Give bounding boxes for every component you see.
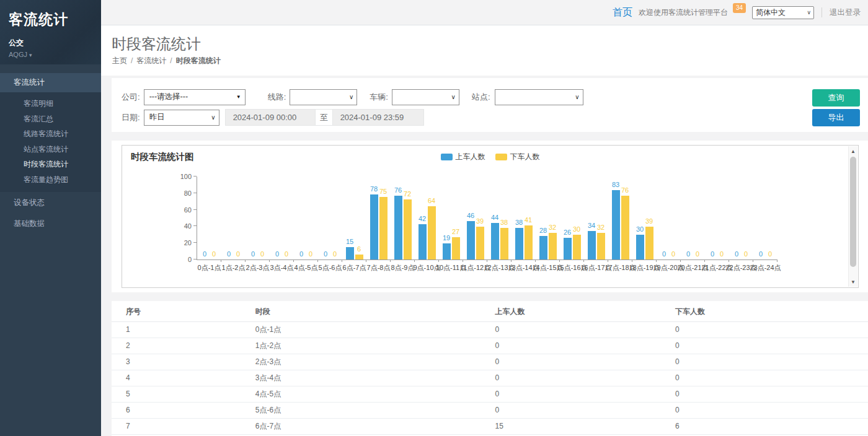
- chevron-down-icon: ∨: [807, 9, 811, 15]
- chart-legend: 上车人数 下车人数: [441, 152, 540, 162]
- breadcrumb-home[interactable]: 主页: [112, 56, 127, 65]
- bar: [394, 196, 402, 259]
- bar-value-label: 0: [768, 251, 772, 258]
- table-cell: 4点-5点: [255, 386, 495, 402]
- date-preset-select[interactable]: 昨日∨: [144, 110, 219, 126]
- bar: [404, 199, 412, 259]
- x-axis-label: 0点-1点: [198, 263, 221, 272]
- table-body: 10点-1点0021点-2点0032点-3点0043点-4点0054点-5点00…: [112, 321, 868, 434]
- bar-group: 002点-3点: [246, 177, 270, 259]
- sidebar-item-base-data[interactable]: 基础数据: [0, 213, 101, 234]
- language-value: 简体中文: [756, 7, 786, 18]
- table-cell: 3点-4点: [255, 370, 495, 386]
- table-row: 65点-6点00: [112, 402, 868, 418]
- welcome-text: 欢迎使用客流统计管理平台: [639, 7, 728, 18]
- scroll-up-icon[interactable]: ▲: [849, 147, 857, 155]
- legend-swatch-boarding: [441, 154, 453, 160]
- export-button[interactable]: 导出: [812, 109, 860, 126]
- filter-panel: 公司: ---请选择---▼ 线路: ∨ 车辆: ∨ 站点: ∨ 日期: 昨日∨…: [112, 78, 868, 132]
- table-cell: 5: [112, 386, 255, 402]
- bar-value-label: 30: [636, 226, 644, 233]
- bar-value-label: 0: [735, 251, 738, 258]
- bar-value-label: 39: [645, 218, 653, 225]
- bar-value-label: 0: [227, 251, 231, 258]
- scroll-thumb[interactable]: [850, 157, 856, 267]
- sidebar-subitem[interactable]: 线路客流统计: [0, 126, 101, 142]
- sidebar-subitem[interactable]: 客流量趋势图: [0, 172, 101, 188]
- table-cell: 6: [675, 418, 868, 434]
- chevron-down-icon: ∨: [575, 94, 579, 100]
- line-select[interactable]: ∨: [290, 89, 357, 105]
- bar-value-label: 0: [285, 251, 288, 258]
- bar-value-label: 75: [379, 188, 387, 195]
- query-button[interactable]: 查询: [812, 89, 860, 107]
- filter-row-2: 日期: 昨日∨ 2024-01-09 00:00 至 2024-01-09 23…: [112, 109, 868, 126]
- bar-value-label: 34: [588, 222, 595, 229]
- bar-value-label: 38: [515, 219, 523, 226]
- table-row: 54点-5点00: [112, 386, 868, 402]
- notification-badge: 34: [733, 3, 746, 13]
- user-dropdown[interactable]: AQGJ ▾: [9, 51, 92, 58]
- bar-group: 0022点-23点: [729, 177, 753, 259]
- vehicle-select[interactable]: ∨: [392, 89, 459, 105]
- stats-table: 序号 时段 上车人数 下车人数 10点-1点0021点-2点0032点-3点00…: [112, 302, 868, 435]
- bar-group: 0020点-21点: [681, 177, 705, 259]
- company-select[interactable]: ---请选择---▼: [144, 89, 246, 105]
- bar-group: 1566点-7点: [342, 177, 366, 259]
- bar-value-label: 46: [467, 212, 474, 219]
- bar-group: 0021点-22点: [705, 177, 729, 259]
- table-cell: 0: [675, 354, 868, 370]
- bar-group: 004点-5点: [294, 177, 318, 259]
- bar-group: 000点-1点: [197, 177, 221, 259]
- bar-value-label: 0: [251, 251, 255, 258]
- sidebar-item-device-status[interactable]: 设备状态: [0, 192, 101, 213]
- bar: [491, 223, 499, 259]
- bar-value-label: 0: [260, 251, 264, 258]
- home-link[interactable]: 首页: [613, 6, 632, 19]
- brand-block: 客流统计 公交 AQGJ ▾: [0, 0, 101, 64]
- bar: [645, 227, 653, 259]
- date-from-input[interactable]: 2024-01-09 00:00: [225, 109, 316, 126]
- bar-value-label: 41: [525, 217, 532, 224]
- bar-value-label: 0: [299, 251, 303, 258]
- station-select[interactable]: ∨: [495, 89, 583, 105]
- sidebar-subitem[interactable]: 客流明细: [0, 96, 101, 111]
- bar: [467, 221, 475, 259]
- bar-group: 443812点-13点: [487, 177, 512, 259]
- legend-swatch-alighting: [495, 154, 507, 160]
- bar-value-label: 28: [539, 227, 547, 234]
- table-cell: 0: [495, 386, 675, 402]
- date-to-input[interactable]: 2024-01-09 23:59: [332, 109, 424, 126]
- scroll-down-icon[interactable]: ▼: [849, 277, 857, 286]
- language-select[interactable]: 简体中文 ∨: [752, 6, 814, 19]
- y-axis-label: 0: [188, 256, 192, 263]
- bar: [370, 194, 378, 259]
- bar-group: 303918点-19点: [632, 177, 657, 259]
- sidebar-item-passenger-stats[interactable]: 客流统计: [0, 73, 101, 92]
- caret-down-icon: ▾: [29, 52, 32, 58]
- bar-group: 343216点-17点: [584, 177, 608, 259]
- bar: [636, 235, 644, 260]
- bar-group: 005点-6点: [318, 177, 342, 259]
- bar-value-label: 0: [662, 251, 666, 258]
- sidebar-nav: 客流统计 客流明细客流汇总线路客流统计站点客流统计时段客流统计客流量趋势图 设备…: [0, 73, 101, 234]
- sidebar-subitem[interactable]: 时段客流统计: [0, 157, 101, 172]
- chevron-down-icon: ∨: [451, 94, 456, 100]
- bar-value-label: 0: [686, 251, 690, 258]
- topbar: 首页 欢迎使用客流统计管理平台 34 简体中文 ∨ 退出登录: [101, 0, 868, 25]
- legend-alighting[interactable]: 下车人数: [495, 152, 540, 162]
- table-cell: 6: [112, 402, 255, 418]
- legend-boarding[interactable]: 上车人数: [441, 152, 485, 162]
- logout-link[interactable]: 退出登录: [830, 7, 861, 18]
- org-label: 公交: [9, 38, 92, 48]
- table-row: 76点-7点156: [112, 418, 868, 434]
- table-cell: 0: [495, 321, 675, 338]
- bar-value-label: 42: [418, 216, 426, 222]
- bar: [539, 236, 547, 259]
- breadcrumb-item[interactable]: 客流统计: [136, 56, 166, 65]
- sidebar-subitem[interactable]: 客流汇总: [0, 111, 101, 127]
- bar: [452, 237, 460, 259]
- breadcrumb-current: 时段客流统计: [176, 56, 221, 65]
- chart-scrollbar[interactable]: ▲ ▼: [848, 146, 857, 287]
- sidebar-subitem[interactable]: 站点客流统计: [0, 142, 101, 157]
